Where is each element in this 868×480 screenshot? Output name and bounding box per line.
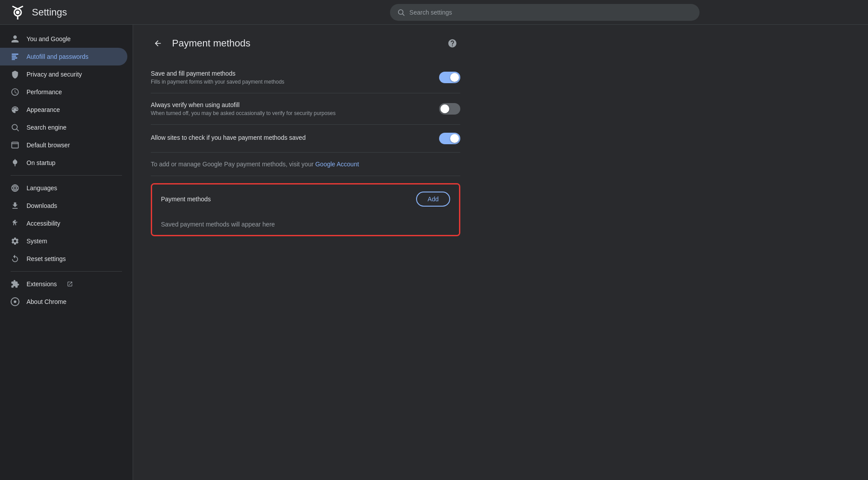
saved-empty-message: Saved payment methods will appear here bbox=[152, 214, 459, 235]
sidebar-item-system[interactable]: System bbox=[0, 232, 127, 250]
sidebar-item-appearance[interactable]: Appearance bbox=[0, 101, 127, 119]
always-verify-text: Always verify when using autofill When t… bbox=[151, 101, 439, 116]
svg-point-1 bbox=[16, 11, 19, 14]
autofill-icon bbox=[11, 52, 19, 61]
search-engine-icon bbox=[11, 123, 19, 132]
svg-point-11 bbox=[12, 124, 17, 130]
toggle-thumb bbox=[440, 104, 449, 113]
allow-sites-check-toggle[interactable] bbox=[439, 133, 460, 144]
sidebar-item-search-engine[interactable]: Search engine bbox=[0, 119, 127, 136]
google-account-link[interactable]: Google Account bbox=[315, 161, 359, 168]
svg-rect-9 bbox=[12, 58, 18, 59]
sidebar-item-label: Languages bbox=[27, 184, 57, 192]
power-icon bbox=[11, 158, 19, 167]
payment-methods-section: Payment methods Add Saved payment method… bbox=[151, 183, 460, 236]
chrome-circle-icon bbox=[11, 297, 19, 306]
sidebar-item-label: Reset settings bbox=[27, 255, 66, 262]
sidebar-item-reset-settings[interactable]: Reset settings bbox=[0, 250, 127, 268]
page-title: Settings bbox=[32, 7, 67, 18]
external-link-icon bbox=[65, 280, 74, 288]
panel-header: Payment methods bbox=[151, 35, 460, 51]
person-icon bbox=[11, 35, 19, 43]
svg-rect-7 bbox=[12, 54, 19, 55]
main-layout: You and Google Autofill and passwords Pr… bbox=[0, 25, 868, 480]
always-verify-row: Always verify when using autofill When t… bbox=[151, 93, 460, 125]
search-icon bbox=[397, 8, 405, 16]
sidebar-item-accessibility[interactable]: Accessibility bbox=[0, 215, 127, 232]
toggle-track[interactable] bbox=[439, 133, 460, 144]
sidebar-item-on-startup[interactable]: On startup bbox=[0, 154, 127, 172]
sidebar-item-downloads[interactable]: Downloads bbox=[0, 197, 127, 215]
sidebar-item-you-and-google[interactable]: You and Google bbox=[0, 30, 127, 48]
sidebar-item-label: Autofill and passwords bbox=[27, 53, 88, 60]
sidebar-item-default-browser[interactable]: Default browser bbox=[0, 136, 127, 154]
svg-point-17 bbox=[14, 300, 16, 303]
always-verify-toggle[interactable] bbox=[439, 103, 460, 115]
sidebar-item-extensions[interactable]: Extensions bbox=[0, 275, 127, 293]
sidebar-item-label: Accessibility bbox=[27, 220, 60, 227]
google-pay-text: To add or manage Google Pay payment meth… bbox=[151, 153, 460, 176]
svg-line-2 bbox=[12, 6, 18, 9]
sidebar-item-label: Extensions bbox=[27, 280, 57, 288]
sidebar-item-label: System bbox=[27, 238, 47, 245]
performance-icon bbox=[11, 88, 19, 96]
sidebar-item-label: Privacy and security bbox=[27, 71, 82, 78]
payment-methods-panel: Payment methods Save and fill payment me… bbox=[133, 25, 478, 247]
svg-rect-14 bbox=[12, 143, 19, 144]
sidebar-item-label: On startup bbox=[27, 159, 55, 166]
always-verify-label: Always verify when using autofill bbox=[151, 101, 425, 108]
svg-line-6 bbox=[402, 14, 404, 15]
search-bar[interactable] bbox=[390, 4, 700, 21]
svg-line-12 bbox=[17, 129, 19, 131]
sidebar-item-label: Performance bbox=[27, 88, 62, 96]
sidebar: You and Google Autofill and passwords Pr… bbox=[0, 25, 133, 480]
system-icon bbox=[11, 237, 19, 246]
svg-rect-10 bbox=[12, 59, 15, 60]
svg-rect-13 bbox=[12, 142, 19, 148]
globe-icon bbox=[11, 184, 19, 192]
toggle-track[interactable] bbox=[439, 103, 460, 115]
sidebar-item-privacy-and-security[interactable]: Privacy and security bbox=[0, 65, 127, 83]
always-verify-desc: When turned off, you may be asked occasi… bbox=[151, 110, 425, 116]
sidebar-item-label: Appearance bbox=[27, 106, 60, 113]
reset-icon bbox=[11, 254, 19, 263]
shield-icon bbox=[11, 70, 19, 79]
add-payment-method-button[interactable]: Add bbox=[416, 192, 450, 207]
sidebar-divider-2 bbox=[11, 271, 122, 272]
allow-sites-check-label: Allow sites to check if you have payment… bbox=[151, 134, 425, 141]
save-and-fill-label: Save and fill payment methods bbox=[151, 70, 425, 77]
save-and-fill-text: Save and fill payment methods Fills in p… bbox=[151, 70, 439, 85]
svg-point-5 bbox=[398, 10, 403, 15]
browser-icon bbox=[11, 141, 19, 150]
toggle-track[interactable] bbox=[439, 72, 460, 83]
search-input[interactable] bbox=[409, 9, 692, 16]
puzzle-icon bbox=[11, 280, 19, 288]
sidebar-item-autofill-and-passwords[interactable]: Autofill and passwords bbox=[0, 48, 127, 65]
sidebar-item-label: Default browser bbox=[27, 142, 70, 149]
svg-line-3 bbox=[18, 6, 23, 9]
save-and-fill-desc: Fills in payment forms with your saved p… bbox=[151, 79, 425, 85]
accessibility-icon bbox=[11, 219, 19, 228]
svg-rect-8 bbox=[12, 56, 16, 57]
toggle-thumb bbox=[450, 134, 459, 143]
sidebar-divider-1 bbox=[11, 175, 122, 176]
sidebar-item-label: About Chrome bbox=[27, 298, 66, 305]
sidebar-item-languages[interactable]: Languages bbox=[0, 179, 127, 197]
sidebar-item-label: Search engine bbox=[27, 124, 66, 131]
allow-sites-check-row: Allow sites to check if you have payment… bbox=[151, 125, 460, 153]
save-and-fill-toggle[interactable] bbox=[439, 72, 460, 83]
sidebar-item-about-chrome[interactable]: About Chrome bbox=[0, 293, 127, 311]
content-area: Payment methods Save and fill payment me… bbox=[133, 25, 868, 480]
toggle-thumb bbox=[450, 73, 459, 82]
sidebar-item-label: Downloads bbox=[27, 202, 57, 209]
back-button[interactable] bbox=[151, 36, 165, 50]
save-and-fill-row: Save and fill payment methods Fills in p… bbox=[151, 62, 460, 93]
panel-title: Payment methods bbox=[172, 38, 250, 49]
sidebar-item-performance[interactable]: Performance bbox=[0, 83, 127, 101]
panel-header-left: Payment methods bbox=[151, 36, 250, 50]
help-button[interactable] bbox=[444, 35, 460, 51]
chrome-logo bbox=[11, 5, 25, 19]
sidebar-item-label: You and Google bbox=[27, 35, 71, 42]
payment-methods-row: Payment methods Add bbox=[152, 184, 459, 214]
payment-methods-label: Payment methods bbox=[161, 196, 211, 203]
